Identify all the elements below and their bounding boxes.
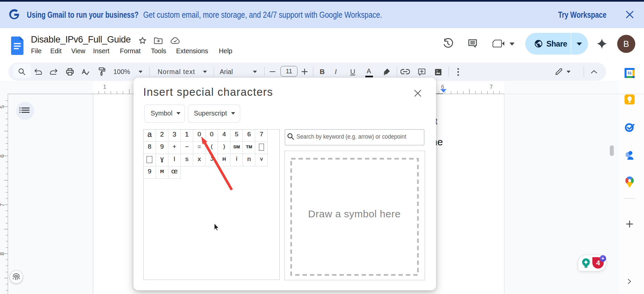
svg-text:31: 31 [628,71,632,75]
